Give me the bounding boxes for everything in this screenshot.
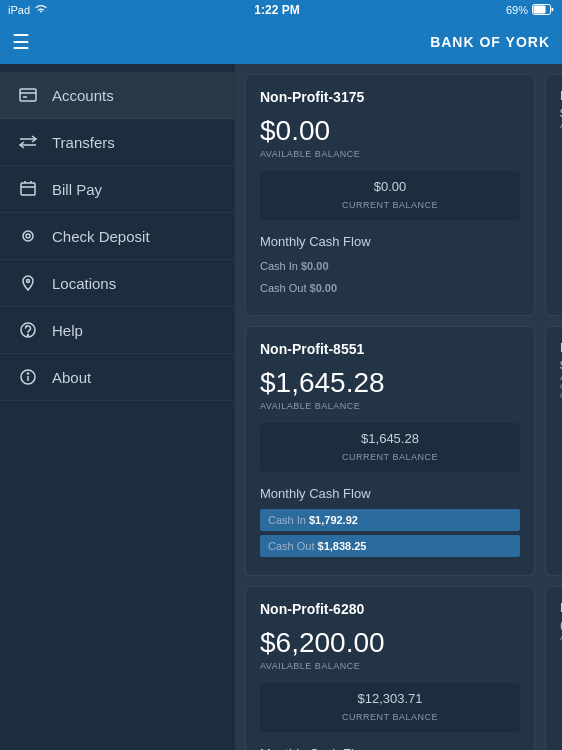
- status-left: iPad: [8, 4, 48, 16]
- locations-icon: [16, 273, 40, 293]
- available-balance-np6280: $6,200.00: [260, 627, 520, 659]
- account-card-partial-2[interactable]: Non-P $9... AVAIL... Cash Cash: [545, 326, 562, 576]
- nav-bar: ☰ BANK OF YORK: [0, 20, 562, 64]
- account-card-np3175[interactable]: Non-Profit-3175 $0.00 AVAILABLE BALANCE …: [245, 74, 535, 316]
- current-balance-amount-np3175: $0.00: [272, 179, 508, 194]
- current-balance-box-np3175: $0.00 CURRENT BALANCE: [260, 171, 520, 220]
- current-balance-label-np8551: CURRENT BALANCE: [342, 452, 438, 462]
- battery-icon: [532, 4, 554, 17]
- sidebar-item-billpay[interactable]: Bill Pay: [0, 166, 235, 213]
- billpay-label: Bill Pay: [52, 181, 102, 198]
- billpay-icon: [16, 179, 40, 199]
- about-label: About: [52, 369, 91, 386]
- sidebar-item-about[interactable]: About: [0, 354, 235, 401]
- svg-point-12: [26, 234, 30, 238]
- svg-rect-2: [20, 89, 36, 101]
- svg-point-11: [23, 231, 33, 241]
- svg-point-18: [27, 373, 28, 374]
- help-label: Help: [52, 322, 83, 339]
- menu-button[interactable]: ☰: [12, 30, 42, 54]
- card-title-np6280: Non-Profit-6280: [260, 601, 520, 617]
- current-balance-box-np8551: $1,645.28 CURRENT BALANCE: [260, 423, 520, 472]
- about-icon: [16, 367, 40, 387]
- monthly-cf-title-np3175: Monthly Cash Flow: [260, 234, 520, 249]
- ipad-label: iPad: [8, 4, 30, 16]
- account-card-np6280[interactable]: Non-Profit-6280 $6,200.00 AVAILABLE BALA…: [245, 586, 535, 750]
- accounts-icon: [16, 85, 40, 105]
- monthly-cf-title-np6280: Monthly Cash Flow: [260, 746, 520, 750]
- cards-row-1: Non-Profit-3175 $0.00 AVAILABLE BALANCE …: [245, 74, 562, 316]
- cards-row-2: Non-Profit-8551 $1,645.28 AVAILABLE BALA…: [245, 326, 562, 576]
- available-balance-np8551: $1,645.28: [260, 367, 520, 399]
- svg-point-15: [28, 335, 29, 336]
- current-balance-label-np6280: CURRENT BALANCE: [342, 712, 438, 722]
- content-area[interactable]: Non-Profit-3175 $0.00 AVAILABLE BALANCE …: [235, 64, 562, 750]
- available-balance-label-np3175: AVAILABLE BALANCE: [260, 149, 520, 159]
- sidebar-item-help[interactable]: Help: [0, 307, 235, 354]
- current-balance-amount-np6280: $12,303.71: [272, 691, 508, 706]
- transfers-icon: [16, 132, 40, 152]
- transfers-label: Transfers: [52, 134, 115, 151]
- locations-label: Locations: [52, 275, 116, 292]
- nav-title: BANK OF YORK: [42, 34, 550, 50]
- checkdeposit-icon: [16, 226, 40, 246]
- cash-in-np3175: Cash In $0.00: [260, 257, 520, 275]
- account-card-partial-1[interactable]: Non-P $9... AVAIL...: [545, 74, 562, 316]
- available-balance-label-np8551: AVAILABLE BALANCE: [260, 401, 520, 411]
- current-balance-box-np6280: $12,303.71 CURRENT BALANCE: [260, 683, 520, 732]
- status-right: 69%: [506, 4, 554, 17]
- card-title-np3175: Non-Profit-3175: [260, 89, 520, 105]
- card-title-np8551: Non-Profit-8551: [260, 341, 520, 357]
- hamburger-icon: ☰: [12, 31, 30, 53]
- account-card-np8551[interactable]: Non-Profit-8551 $1,645.28 AVAILABLE BALA…: [245, 326, 535, 576]
- main-layout: Accounts Transfers: [0, 64, 562, 750]
- sidebar-item-checkdeposit[interactable]: Check Deposit: [0, 213, 235, 260]
- svg-rect-1: [533, 5, 545, 13]
- svg-rect-7: [21, 183, 35, 195]
- available-balance-np3175: $0.00: [260, 115, 520, 147]
- cash-out-np3175: Cash Out $0.00: [260, 279, 520, 297]
- svg-point-13: [27, 280, 30, 283]
- checkdeposit-label: Check Deposit: [52, 228, 150, 245]
- sidebar-item-locations[interactable]: Locations: [0, 260, 235, 307]
- cards-row-3: Non-Profit-6280 $6,200.00 AVAILABLE BALA…: [245, 586, 562, 750]
- monthly-cf-title-np8551: Monthly Cash Flow: [260, 486, 520, 501]
- help-icon: [16, 320, 40, 340]
- sidebar: Accounts Transfers: [0, 64, 235, 750]
- accounts-label: Accounts: [52, 87, 114, 104]
- cash-out-np8551: Cash Out $1,838.25: [260, 535, 520, 557]
- status-time: 1:22 PM: [254, 3, 299, 17]
- sidebar-item-accounts[interactable]: Accounts: [0, 72, 235, 119]
- cash-in-np8551: Cash In $1,792.92: [260, 509, 520, 531]
- wifi-icon: [34, 4, 48, 16]
- sidebar-item-transfers[interactable]: Transfers: [0, 119, 235, 166]
- account-card-partial-3[interactable]: Non-P ($1... AVAIL...: [545, 586, 562, 750]
- current-balance-label-np3175: CURRENT BALANCE: [342, 200, 438, 210]
- battery-label: 69%: [506, 4, 528, 16]
- current-balance-amount-np8551: $1,645.28: [272, 431, 508, 446]
- status-bar: iPad 1:22 PM 69%: [0, 0, 562, 20]
- available-balance-label-np6280: AVAILABLE BALANCE: [260, 661, 520, 671]
